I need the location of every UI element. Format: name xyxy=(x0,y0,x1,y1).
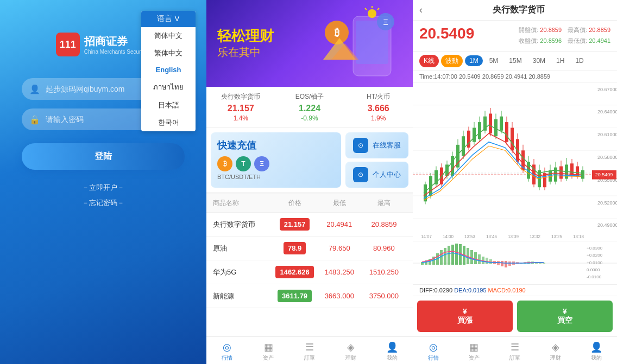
assets-icon: ▦ xyxy=(264,341,273,353)
svg-text:20.52000: 20.52000 xyxy=(597,200,617,205)
row-name-2: 华为5G xyxy=(213,267,273,277)
price-badge-0: 21.157 xyxy=(280,218,310,231)
forgot-password-link[interactable]: －忘记密码－ xyxy=(82,198,124,208)
middle-nav-market[interactable]: ◎ 行情 xyxy=(206,340,248,363)
customer-service-icon: ⊙ xyxy=(353,138,368,153)
tf-1h[interactable]: 1H xyxy=(552,55,569,66)
logo-sub: China Merchants Securities xyxy=(84,49,150,55)
row-high-3: 3750.000 xyxy=(362,292,406,300)
user-icon: 👤 xyxy=(29,84,40,94)
right-nav-profile[interactable]: 👤 我的 xyxy=(576,340,617,363)
middle-nav-profile[interactable]: 👤 我的 xyxy=(372,340,413,363)
ticker-change-1: -0.9% xyxy=(275,114,344,122)
personal-center-label: 个人中心 xyxy=(373,170,401,180)
table-row[interactable]: 新能源 3611.79 3663.000 3750.000 xyxy=(206,284,413,308)
row-low-0: 20.4941 xyxy=(317,220,362,228)
svg-text:13:53: 13:53 xyxy=(464,234,475,239)
right-profile-icon: 👤 xyxy=(590,341,602,353)
close-price: 20.8596 xyxy=(540,37,562,44)
nav-label-orders: 訂單 xyxy=(304,354,315,362)
buy-long-button[interactable]: ¥ 買漲 xyxy=(417,301,513,332)
svg-text:+0.0100: +0.0100 xyxy=(587,260,603,265)
open-price: 20.8659 xyxy=(540,27,562,33)
ticker-name-2: HT/火币 xyxy=(344,92,413,101)
logo-main: 招商证券 xyxy=(84,34,150,49)
buy-short-label: 買空 xyxy=(557,316,572,325)
macd-chart: +0.0300 +0.0200 +0.0100 0.0000 -0.0100 xyxy=(413,241,617,284)
right-finance-icon: ◈ xyxy=(552,341,559,353)
svg-text:20.67000: 20.67000 xyxy=(597,86,617,92)
market-table: 商品名称 价格 最低 最高 央行数字货币 21.157 20.4941 20.8… xyxy=(206,194,413,336)
header-low: 最低 xyxy=(317,199,362,208)
lang-item-korean[interactable]: 한국어 xyxy=(141,114,196,131)
register-link[interactable]: －立即开户－ xyxy=(82,183,124,193)
svg-text:14:00: 14:00 xyxy=(443,234,454,239)
tf-kline[interactable]: K线 xyxy=(419,55,439,67)
svg-rect-118 xyxy=(501,261,503,266)
right-panel: ‹ 央行数字货币 20.5409 開盤價: 20.8659 最高價: 20.88… xyxy=(413,0,617,364)
middle-panel: 轻松理财 乐在其中 ₿ Ξ xyxy=(206,0,413,364)
table-row[interactable]: 原油 78.9 79.650 80.960 xyxy=(206,237,413,260)
header-name: 商品名称 xyxy=(213,199,273,208)
table-row[interactable]: 华为5G 1462.626 1483.250 1510.250 xyxy=(206,260,413,284)
row-high-0: 20.8859 xyxy=(362,220,406,228)
personal-center-icon: ⊙ xyxy=(353,167,368,182)
middle-nav-assets[interactable]: ▦ 资产 xyxy=(248,340,289,363)
nav-label-finance: 理财 xyxy=(345,354,356,362)
ticker-ht[interactable]: HT/火币 3.666 1.9% xyxy=(344,92,413,122)
right-market-icon: ◎ xyxy=(429,341,438,353)
buy-long-label: 買漲 xyxy=(457,316,473,325)
buy-short-button[interactable]: ¥ 買空 xyxy=(517,301,613,332)
middle-nav-orders[interactable]: ☰ 訂單 xyxy=(289,340,330,363)
svg-text:Ξ: Ξ xyxy=(383,18,388,27)
svg-line-11 xyxy=(365,8,367,10)
right-orders-icon: ☰ xyxy=(511,341,519,353)
svg-rect-119 xyxy=(505,261,507,267)
svg-text:20.64000: 20.64000 xyxy=(597,109,617,114)
quick-charge-sub: BTC/USDT/ETH xyxy=(217,174,335,180)
lang-item-english[interactable]: English xyxy=(141,62,196,78)
ticker-name-1: EOS/柚子 xyxy=(275,92,344,101)
right-nav-label-profile: 我的 xyxy=(591,354,602,362)
svg-text:+0.0300: +0.0300 xyxy=(587,246,603,251)
svg-text:13:32: 13:32 xyxy=(530,234,540,239)
right-nav-finance[interactable]: ◈ 理财 xyxy=(536,340,576,363)
chart-header: ‹ 央行数字货币 xyxy=(413,0,617,21)
lang-item-traditional[interactable]: 繁体中文 xyxy=(141,44,196,62)
right-assets-icon: ▦ xyxy=(469,341,479,353)
lang-item-japanese[interactable]: 日本語 xyxy=(141,97,196,114)
right-nav-label-orders: 訂單 xyxy=(509,354,520,362)
tf-30m[interactable]: 30M xyxy=(528,55,550,66)
price-details: 開盤價: 20.8659 最高價: 20.8859 收盤價: 20.8596 最… xyxy=(519,25,610,47)
nav-label-market: 行情 xyxy=(222,354,232,362)
ticker-price-1: 1.224 xyxy=(275,104,344,113)
language-dropdown[interactable]: 语言 V 简体中文 繁体中文 English ภาษาไทย 日本語 한국어 xyxy=(141,11,196,131)
svg-text:0.0000: 0.0000 xyxy=(587,267,600,272)
ticker-change-0: 1.4% xyxy=(206,114,275,122)
row-high-2: 1510.250 xyxy=(362,268,406,276)
tf-15m[interactable]: 15M xyxy=(505,55,526,66)
price-info: 20.5409 開盤價: 20.8659 最高價: 20.8859 收盤價: 2… xyxy=(413,21,617,52)
middle-nav-finance[interactable]: ◈ 理财 xyxy=(330,340,372,363)
login-button[interactable]: 登陆 xyxy=(22,143,185,170)
quick-charge-button[interactable]: 快速充值 ₿ T Ξ BTC/USDT/ETH xyxy=(211,132,341,188)
ticker-eos[interactable]: EOS/柚子 1.224 -0.9% xyxy=(275,92,344,122)
tf-1d[interactable]: 1D xyxy=(571,55,588,66)
tf-5m[interactable]: 5M xyxy=(485,55,503,66)
right-nav-orders[interactable]: ☰ 訂單 xyxy=(494,340,535,363)
table-row[interactable]: 央行数字货币 21.157 20.4941 20.8859 xyxy=(206,213,413,237)
lang-item-simplified[interactable]: 简体中文 xyxy=(141,27,196,44)
right-nav-market[interactable]: ◎ 行情 xyxy=(413,340,454,363)
tf-1m[interactable]: 1M xyxy=(465,55,483,66)
timeframe-bar: K线 波動 1M 5M 15M 30M 1H 1D xyxy=(413,52,617,71)
lang-item-thai[interactable]: ภาษาไทย xyxy=(141,78,196,97)
ticker-central-bank[interactable]: 央行数字货币 21.157 1.4% xyxy=(206,92,275,122)
personal-center-button[interactable]: ⊙ 个人中心 xyxy=(345,162,408,188)
market-table-header: 商品名称 价格 最低 最高 xyxy=(206,194,413,213)
customer-service-button[interactable]: ⊙ 在线客服 xyxy=(345,132,408,158)
yuan-icon-long: ¥ xyxy=(463,307,467,316)
right-nav-assets[interactable]: ▦ 资产 xyxy=(454,340,494,363)
svg-text:13:39: 13:39 xyxy=(508,234,519,239)
back-button[interactable]: ‹ xyxy=(419,4,423,16)
tf-wave[interactable]: 波動 xyxy=(441,55,463,67)
